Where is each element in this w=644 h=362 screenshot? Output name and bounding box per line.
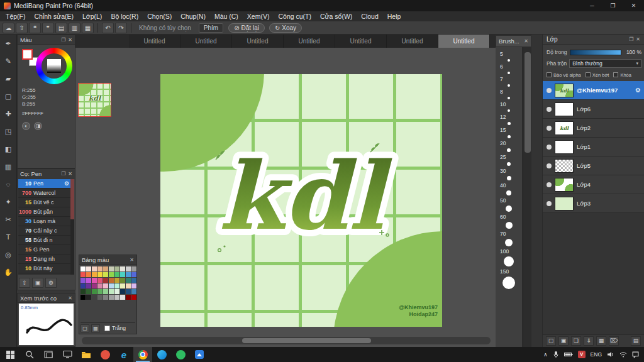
duplicate-layer-button[interactable]: ❏ <box>571 336 581 346</box>
brush-item[interactable]: 58Bút đi n <box>18 236 70 245</box>
palette-swatch[interactable] <box>120 272 125 277</box>
magic-wand-tool[interactable]: ✦ <box>2 196 14 207</box>
menu-item[interactable]: Tệp(F) <box>1 11 30 21</box>
taskbar-search-button[interactable] <box>20 347 39 362</box>
close-button[interactable]: ✕ <box>623 0 644 11</box>
minimize-button[interactable]: ─ <box>582 0 602 11</box>
document-tab[interactable]: Untitled <box>335 35 387 48</box>
popout-icon[interactable]: ❐ <box>629 36 633 42</box>
new-layer-button[interactable]: ▢ <box>546 336 556 346</box>
palette-swatch[interactable] <box>109 283 114 288</box>
brush-list-scrollbar-thumb[interactable] <box>70 179 74 219</box>
palette-swatch[interactable] <box>86 266 91 272</box>
brush-size-scrollbar-thumb[interactable] <box>525 52 531 153</box>
reset-button[interactable]: ⊘ Đặt lại <box>228 23 265 33</box>
transform-tool[interactable]: ◳ <box>2 126 14 137</box>
layer-visibility-icon[interactable] <box>547 145 552 150</box>
close-icon[interactable]: ✕ <box>636 36 640 42</box>
brush-size-item[interactable]: 50 <box>496 197 522 212</box>
palette-swatch[interactable] <box>97 266 103 272</box>
menu-item[interactable]: Bộ lọc(R) <box>106 11 143 21</box>
palette-swatch[interactable] <box>92 278 97 283</box>
undo-icon[interactable]: ↶ <box>102 23 114 33</box>
close-icon[interactable]: ✕ <box>524 38 528 44</box>
menu-item[interactable]: Cửa sổ(W) <box>316 11 357 21</box>
palette-swatch[interactable] <box>131 283 136 288</box>
key-button[interactable]: Phím <box>199 23 223 33</box>
speaker-icon[interactable] <box>607 351 614 358</box>
hue-mode-button[interactable]: ◐ <box>22 122 30 130</box>
language-indicator[interactable]: ENG <box>591 351 602 358</box>
document-tab[interactable]: Untitled <box>387 35 438 48</box>
foreground-color-swatch[interactable] <box>22 49 33 60</box>
palette-swatch[interactable] <box>131 272 136 277</box>
pencil-tool[interactable]: ✎ <box>2 55 14 67</box>
palette-swatch[interactable] <box>114 266 119 272</box>
brush-size-item[interactable]: 8 <box>496 89 522 99</box>
brush-item[interactable]: 15Dạng nh <box>18 255 70 264</box>
palette-swatch[interactable] <box>97 295 103 300</box>
checkbox-icon[interactable] <box>547 72 552 77</box>
pen-tool[interactable]: ✒ <box>2 38 14 49</box>
palette-swatch[interactable] <box>109 289 114 294</box>
document-tab[interactable]: Untitled <box>284 35 335 48</box>
brush-size-item[interactable]: 10 <box>496 101 522 112</box>
lasso-tool[interactable]: ◌ <box>2 178 14 190</box>
palette-swatch[interactable] <box>114 272 119 277</box>
palette-swatch[interactable] <box>80 289 86 294</box>
brush-size-item[interactable]: 5 <box>496 51 522 62</box>
marquee-select-tool[interactable]: ▢ <box>2 90 14 102</box>
palette-swatch[interactable] <box>131 278 136 283</box>
start-button[interactable] <box>0 347 20 362</box>
comment-alt-icon[interactable]: ❞ <box>42 23 54 33</box>
palette-swatch[interactable] <box>131 295 136 300</box>
taskbar-app-edge-circle[interactable] <box>152 347 171 362</box>
menu-item[interactable]: Lớp(L) <box>78 11 106 21</box>
hand-tool[interactable]: ✋ <box>2 266 14 278</box>
upload-icon[interactable]: ⇧ <box>16 23 28 33</box>
brush-folder-button[interactable]: ▣ <box>32 278 43 288</box>
palette-swatch[interactable] <box>97 272 103 277</box>
menu-item[interactable]: Cloud <box>357 11 382 21</box>
menu-item[interactable]: Chọn(S) <box>143 11 176 21</box>
layer-row[interactable]: Lớp6 <box>543 100 644 119</box>
brush-size-item[interactable]: 40 <box>496 182 522 195</box>
taskbar-app-photos[interactable] <box>190 347 209 362</box>
bucket-fill-tool[interactable]: ◧ <box>2 143 14 155</box>
palette-file-button[interactable]: ▢ <box>80 324 89 332</box>
palette-swatch[interactable] <box>131 266 136 272</box>
delete-layer-button[interactable]: ⌦ <box>609 336 619 346</box>
palette-swatch[interactable] <box>97 289 103 294</box>
maximize-button[interactable]: ❐ <box>602 0 623 11</box>
brush-size-item[interactable]: 60 <box>496 214 522 229</box>
palette-swatch[interactable] <box>114 289 119 294</box>
eraser-tool[interactable]: ▰ <box>2 73 14 84</box>
palette-swatch[interactable] <box>103 295 108 300</box>
brush-item[interactable]: 10Bút này <box>18 264 70 273</box>
palette-swatch[interactable] <box>126 278 131 283</box>
palette-swatch[interactable] <box>92 272 97 277</box>
brush-item[interactable]: 700Watercol <box>18 189 70 198</box>
palette-swatch[interactable] <box>120 283 125 288</box>
palette-swatch[interactable] <box>92 289 97 294</box>
menu-item[interactable]: Xem(V) <box>243 11 274 21</box>
layer-settings-icon[interactable]: ⚙ <box>635 87 641 94</box>
blend-mode-select[interactable]: Bình thường ▾ <box>569 59 641 68</box>
palette-swatch[interactable] <box>80 278 86 283</box>
ime-badge[interactable]: V <box>578 351 586 358</box>
canvas-horizontal-scrollbar[interactable] <box>82 337 491 344</box>
palette-swatch[interactable] <box>114 283 119 288</box>
layer-row[interactable]: Lớp5 <box>543 156 644 175</box>
layer-visibility-icon[interactable] <box>547 88 552 93</box>
brush-size-item[interactable]: 7 <box>496 76 522 87</box>
grid-icon[interactable]: ▦ <box>82 23 94 33</box>
close-icon[interactable]: ✕ <box>130 257 134 263</box>
brush-size-item[interactable]: 150 <box>496 268 522 289</box>
layer-grid-button[interactable]: ▦ <box>596 336 606 346</box>
palette-swatch[interactable] <box>103 283 108 288</box>
close-icon[interactable]: ✕ <box>68 295 72 301</box>
palette-swatch[interactable] <box>126 295 131 300</box>
layer-option-checkbox[interactable]: Bảo vệ alpha <box>547 72 581 78</box>
merge-down-button[interactable]: ⇓ <box>584 336 594 346</box>
palette-swatch[interactable] <box>109 266 114 272</box>
